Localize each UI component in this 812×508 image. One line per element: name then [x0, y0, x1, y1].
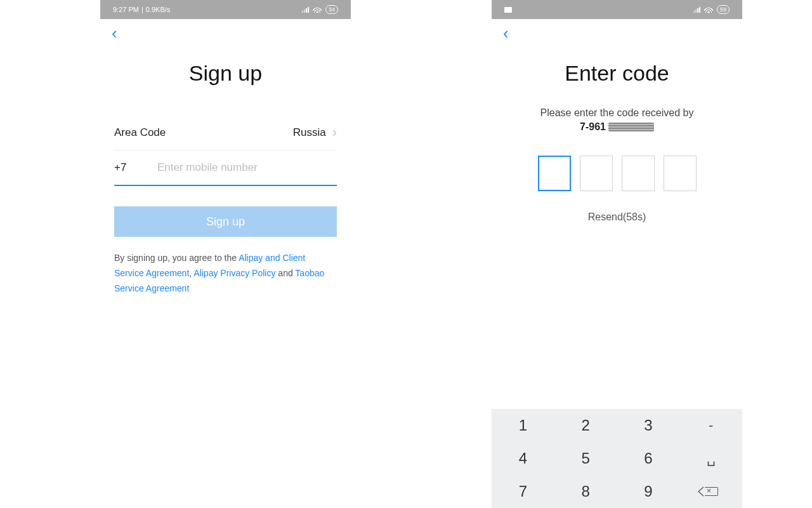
code-digit-2[interactable] — [580, 156, 613, 191]
key-2[interactable]: 2 — [554, 409, 617, 442]
status-time: 9:27 PM — [113, 6, 139, 13]
key-4[interactable]: 4 — [492, 442, 554, 475]
terms-text: By signing up, you agree to the Alipay a… — [114, 251, 337, 296]
signal-icon — [693, 7, 700, 13]
phone-enter-code: 59 ‹ Enter code Please enter the code re… — [492, 0, 742, 508]
status-bar: 59 — [492, 0, 742, 19]
back-button[interactable]: ‹ — [112, 25, 117, 41]
nav-bar: ‹ — [492, 19, 742, 47]
link-alipay-privacy-policy[interactable]: Alipay Privacy Policy — [193, 268, 275, 278]
area-code-selector[interactable]: Area Code Russia › — [114, 115, 337, 150]
status-bar: 9:27 PM | 0.9KB/s 34 — [100, 0, 351, 19]
code-digit-3[interactable] — [622, 156, 655, 191]
wifi-icon — [313, 6, 322, 13]
area-code-value: Russia — [293, 126, 326, 139]
key-backspace[interactable] — [679, 475, 742, 508]
masked-phone-number: 7-961 — [492, 121, 742, 133]
key-9[interactable]: 9 — [617, 475, 680, 508]
code-digit-4[interactable] — [664, 156, 697, 191]
page-title: Enter code — [492, 61, 742, 86]
phone-input-row: +7 — [114, 150, 337, 186]
phone-prefix: +7 — [114, 161, 140, 174]
status-net-speed: 0.9KB/s — [146, 6, 171, 13]
chevron-right-icon: › — [332, 124, 337, 141]
key-space[interactable]: ␣ — [679, 442, 742, 475]
battery-indicator: 59 — [717, 5, 730, 14]
resend-countdown: Resend(58s) — [492, 211, 742, 223]
code-subtitle: Please enter the code received by — [492, 107, 742, 119]
key-dash[interactable]: - — [679, 409, 742, 442]
numeric-keypad: 1 2 3 - 4 5 6 ␣ 7 8 9 — [492, 409, 742, 508]
key-8[interactable]: 8 — [554, 475, 617, 508]
key-7[interactable]: 7 — [492, 475, 554, 508]
key-1[interactable]: 1 — [492, 409, 554, 442]
key-6[interactable]: 6 — [617, 442, 680, 475]
mail-icon — [504, 7, 512, 13]
back-button[interactable]: ‹ — [503, 25, 509, 41]
masked-digits — [608, 123, 654, 131]
code-input-group — [492, 156, 742, 191]
key-3[interactable]: 3 — [617, 409, 680, 442]
code-digit-1[interactable] — [538, 156, 571, 191]
page-title: Sign up — [100, 61, 351, 86]
phone-signup: 9:27 PM | 0.9KB/s 34 ‹ Sign up Area Code… — [100, 0, 351, 296]
status-divider: | — [141, 6, 143, 13]
signup-button[interactable]: Sign up — [114, 206, 337, 237]
area-code-label: Area Code — [114, 126, 166, 139]
wifi-icon — [704, 6, 713, 13]
nav-bar: ‹ — [100, 19, 351, 47]
key-5[interactable]: 5 — [554, 442, 617, 475]
backspace-icon — [704, 487, 718, 496]
signal-icon — [302, 7, 309, 13]
battery-indicator: 34 — [325, 5, 338, 14]
phone-input[interactable] — [157, 161, 337, 174]
